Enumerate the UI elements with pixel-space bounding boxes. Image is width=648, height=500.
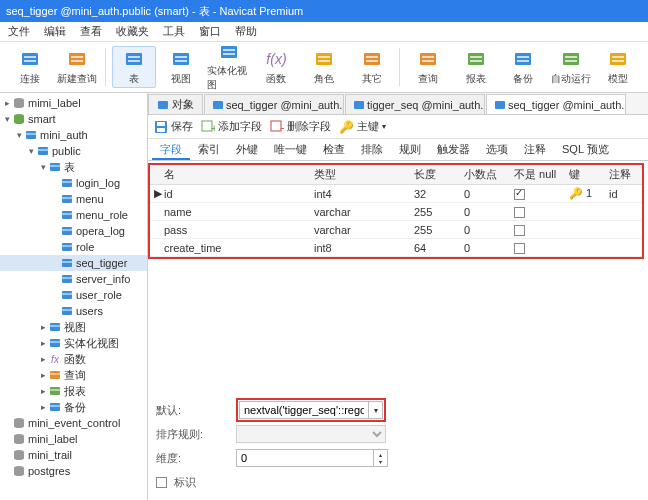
designer-tab-检查[interactable]: 检查: [315, 140, 353, 160]
identity-checkbox[interactable]: [156, 477, 167, 488]
tree-item-users[interactable]: users: [0, 303, 147, 319]
menu-工具[interactable]: 工具: [163, 24, 185, 39]
designer-tab-注释[interactable]: 注释: [516, 140, 554, 160]
toolbar-tables[interactable]: 表: [112, 46, 156, 88]
tree-item-报表[interactable]: ▸报表: [0, 383, 147, 399]
sort-select[interactable]: [236, 425, 386, 443]
designer-tab-SQL 预览[interactable]: SQL 预览: [554, 140, 617, 160]
tree-item-mini_trail[interactable]: mini_trail: [0, 447, 147, 463]
toolbar-views[interactable]: 视图: [160, 46, 204, 88]
field-name[interactable]: id: [164, 188, 173, 200]
not-null-checkbox[interactable]: [514, 225, 525, 236]
menu-文件[interactable]: 文件: [8, 24, 30, 39]
col-header[interactable]: 长度: [410, 165, 460, 185]
toolbar-reports[interactable]: 报表: [454, 46, 498, 88]
col-header[interactable]: 注释: [605, 165, 642, 185]
tree-item-smart[interactable]: ▾smart: [0, 111, 147, 127]
designer-tab-字段[interactable]: 字段: [152, 140, 190, 160]
tree-item-menu_role[interactable]: menu_role: [0, 207, 147, 223]
field-decimals[interactable]: 0: [460, 203, 510, 221]
primary-key-button[interactable]: 🔑 主键 ▾: [339, 119, 386, 134]
field-decimals[interactable]: 0: [460, 239, 510, 257]
field-name[interactable]: name: [164, 206, 192, 218]
menu-查看[interactable]: 查看: [80, 24, 102, 39]
not-null-checkbox[interactable]: [514, 243, 525, 254]
menu-帮助[interactable]: 帮助: [235, 24, 257, 39]
designer-tab-索引[interactable]: 索引: [190, 140, 228, 160]
toolbar-roles[interactable]: 角色: [302, 46, 346, 88]
col-header[interactable]: 小数点: [460, 165, 510, 185]
field-type[interactable]: int8: [310, 239, 410, 257]
twisty-icon[interactable]: ▸: [38, 354, 48, 364]
designer-tab-选项[interactable]: 选项: [478, 140, 516, 160]
field-comment[interactable]: [605, 221, 642, 239]
field-row[interactable]: ▶idint4320🔑 1id: [150, 185, 642, 203]
tree-item-role[interactable]: role: [0, 239, 147, 255]
menu-编辑[interactable]: 编辑: [44, 24, 66, 39]
twisty-icon[interactable]: ▸: [38, 370, 48, 380]
tree-item-mini_event_control[interactable]: mini_event_control: [0, 415, 147, 431]
toolbar-query[interactable]: 查询: [406, 46, 450, 88]
twisty-icon[interactable]: ▸: [38, 386, 48, 396]
menu-窗口[interactable]: 窗口: [199, 24, 221, 39]
tree-item-函数[interactable]: ▸fx函数: [0, 351, 147, 367]
toolbar-backup[interactable]: 备份: [501, 46, 545, 88]
twisty-icon[interactable]: ▸: [2, 98, 12, 108]
designer-tab-外键[interactable]: 外键: [228, 140, 266, 160]
col-header[interactable]: 名: [160, 165, 310, 185]
toolbar-others[interactable]: 其它: [350, 46, 394, 88]
field-length[interactable]: 32: [410, 185, 460, 203]
tree-item-menu[interactable]: menu: [0, 191, 147, 207]
field-type[interactable]: int4: [310, 185, 410, 203]
field-comment[interactable]: [605, 239, 642, 257]
dimension-input[interactable]: [236, 449, 374, 467]
field-row[interactable]: create_timeint8640: [150, 239, 642, 257]
twisty-icon[interactable]: ▾: [2, 114, 12, 124]
not-null-checkbox[interactable]: [514, 207, 525, 218]
tree-item-seq_tigger[interactable]: seq_tigger: [0, 255, 147, 271]
field-row[interactable]: passvarchar2550: [150, 221, 642, 239]
field-key[interactable]: [565, 221, 605, 239]
tree-item-opera_log[interactable]: opera_log: [0, 223, 147, 239]
field-key[interactable]: 🔑 1: [565, 185, 605, 203]
dimension-stepper[interactable]: ▴▾: [374, 449, 388, 467]
toolbar-functions[interactable]: f(x)函数: [255, 46, 299, 88]
default-dropdown[interactable]: ▾: [369, 401, 383, 419]
connection-tree[interactable]: ▸mimi_label▾smart▾mini_auth▾public▾表logi…: [0, 93, 148, 500]
tree-item-视图[interactable]: ▸视图: [0, 319, 147, 335]
field-key[interactable]: [565, 239, 605, 257]
designer-tab-触发器[interactable]: 触发器: [429, 140, 478, 160]
toolbar-connect[interactable]: 连接: [8, 46, 52, 88]
toolbar-new-query[interactable]: 新建查询: [56, 46, 100, 88]
delete-field-button[interactable]: − 删除字段: [270, 119, 331, 134]
menu-收藏夹[interactable]: 收藏夹: [116, 24, 149, 39]
designer-tab-规则[interactable]: 规则: [391, 140, 429, 160]
field-length[interactable]: 64: [410, 239, 460, 257]
field-type[interactable]: varchar: [310, 221, 410, 239]
tree-item-postgres[interactable]: postgres: [0, 463, 147, 479]
twisty-icon[interactable]: ▾: [26, 146, 36, 156]
not-null-checkbox[interactable]: [514, 189, 525, 200]
field-key[interactable]: [565, 203, 605, 221]
field-row[interactable]: namevarchar2550: [150, 203, 642, 221]
field-comment[interactable]: id: [605, 185, 642, 203]
field-comment[interactable]: [605, 203, 642, 221]
field-name[interactable]: create_time: [164, 242, 221, 254]
toolbar-automation[interactable]: 自动运行: [549, 46, 593, 88]
twisty-icon[interactable]: ▾: [14, 130, 24, 140]
field-type[interactable]: varchar: [310, 203, 410, 221]
tree-item-备份[interactable]: ▸备份: [0, 399, 147, 415]
field-length[interactable]: 255: [410, 221, 460, 239]
tree-item-mini_label[interactable]: mini_label: [0, 431, 147, 447]
add-field-button[interactable]: + 添加字段: [201, 119, 262, 134]
toolbar-mat-views[interactable]: 实体化视图: [207, 46, 251, 88]
tree-item-表[interactable]: ▾表: [0, 159, 147, 175]
tree-item-mimi_label[interactable]: ▸mimi_label: [0, 95, 147, 111]
designer-tab-排除[interactable]: 排除: [353, 140, 391, 160]
designer-tab-唯一键[interactable]: 唯一键: [266, 140, 315, 160]
default-input[interactable]: [239, 401, 369, 419]
twisty-icon[interactable]: ▾: [38, 162, 48, 172]
tree-item-实体化视图[interactable]: ▸实体化视图: [0, 335, 147, 351]
field-name[interactable]: pass: [164, 224, 187, 236]
field-decimals[interactable]: 0: [460, 221, 510, 239]
